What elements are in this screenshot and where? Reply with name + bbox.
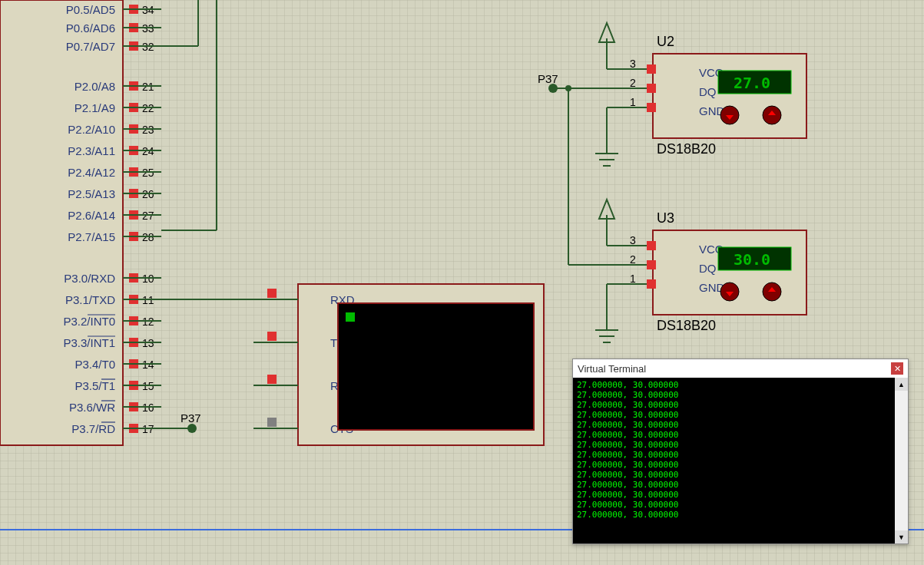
svg-text:P3.0/RXD: P3.0/RXD: [64, 272, 115, 285]
u3-ref: U3: [657, 210, 674, 226]
svg-text:2: 2: [630, 253, 636, 266]
terminal-body: 27.000000, 30.000000 27.000000, 30.00000…: [573, 378, 895, 544]
svg-text:DQ: DQ: [699, 262, 717, 275]
u3-ds18b20[interactable]: U3 DS18B20 VCC DQ GND 3 2 1 30.0: [568, 200, 806, 342]
svg-text:P2.1/A9: P2.1/A9: [75, 101, 115, 114]
svg-text:2: 2: [630, 77, 636, 89]
u2-ds18b20[interactable]: U2 DS18B20 VCC DQ GND 3 2 1 27.0 P37: [538, 23, 806, 265]
svg-rect-111: [647, 103, 656, 112]
svg-text:3: 3: [630, 234, 636, 246]
close-icon[interactable]: ✕: [891, 362, 903, 375]
svg-text:P2.7/A15: P2.7/A15: [68, 230, 115, 243]
svg-text:P3.5/T1: P3.5/T1: [75, 379, 115, 392]
svg-text:P3.3/INT1: P3.3/INT1: [63, 336, 115, 349]
svg-text:1: 1: [630, 273, 636, 285]
svg-rect-133: [647, 241, 656, 250]
svg-rect-109: [647, 64, 656, 74]
svg-text:P2.4/A12: P2.4/A12: [68, 166, 115, 179]
svg-text:P3.7/RD: P3.7/RD: [71, 422, 115, 435]
svg-rect-110: [647, 84, 656, 93]
svg-rect-126: [653, 230, 806, 315]
svg-rect-102: [653, 54, 806, 138]
svg-text:P2.0/A8: P2.0/A8: [75, 80, 115, 93]
scrollbar[interactable]: ▲ ▼: [895, 378, 908, 544]
svg-text:P0.7/AD7: P0.7/AD7: [66, 40, 115, 53]
terminal-titlebar[interactable]: Virtual Terminal ✕: [573, 359, 908, 378]
u2-reading: 27.0: [734, 74, 770, 92]
svg-rect-96: [267, 375, 277, 384]
svg-rect-0: [0, 0, 123, 445]
svg-rect-135: [647, 279, 656, 289]
net-label-p37-u2: P37: [538, 72, 558, 85]
u2-ref: U2: [657, 34, 674, 49]
svg-text:P3.6/WR: P3.6/WR: [69, 401, 115, 414]
svg-text:1: 1: [630, 96, 636, 108]
svg-rect-99: [267, 418, 277, 427]
svg-text:P3.4/T0: P3.4/T0: [75, 358, 115, 371]
u3-reading: 30.0: [734, 250, 770, 269]
svg-rect-93: [267, 332, 277, 341]
svg-text:P2.3/A11: P2.3/A11: [68, 144, 115, 157]
svg-text:P2.5/A13: P2.5/A13: [68, 187, 115, 200]
cursor-icon: [346, 312, 355, 322]
svg-rect-90: [267, 289, 277, 298]
svg-text:P0.5/AD5: P0.5/AD5: [66, 3, 115, 16]
svg-text:P2.2/A10: P2.2/A10: [68, 123, 115, 136]
virtual-terminal-window[interactable]: Virtual Terminal ✕ 27.000000, 30.000000 …: [572, 358, 909, 544]
svg-text:P0.6/AD6: P0.6/AD6: [66, 21, 115, 35]
terminal-title: Virtual Terminal: [578, 363, 646, 375]
mcu-p0-pins: P0.5/AD5 34 P0.6/AD6 33 P0.7/AD7 32: [66, 3, 161, 53]
svg-text:DQ: DQ: [699, 85, 717, 98]
svg-rect-134: [647, 260, 656, 269]
u2-type: DS18B20: [657, 141, 716, 157]
svg-rect-101: [338, 303, 534, 430]
svg-text:P3.2/INT0: P3.2/INT0: [63, 315, 115, 328]
svg-text:P2.6/A14: P2.6/A14: [68, 209, 115, 222]
svg-point-88: [187, 424, 197, 433]
u3-type: DS18B20: [657, 318, 716, 333]
svg-text:P3.1/TXD: P3.1/TXD: [65, 293, 115, 306]
svg-text:3: 3: [630, 58, 636, 70]
net-label-p37-left: P37: [180, 411, 201, 425]
